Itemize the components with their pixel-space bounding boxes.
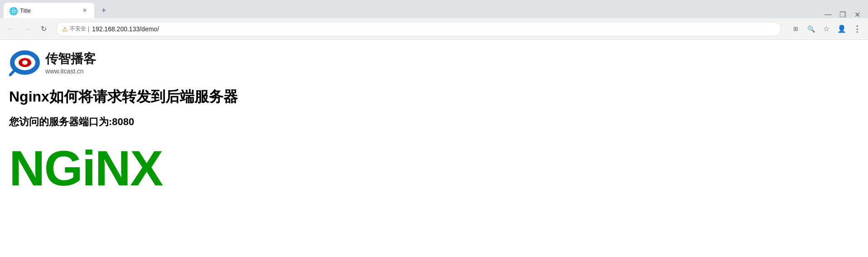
browser-window: 🌐 Title ✕ + — ❐ ✕ ← → ↻ ⚠ 不安全 | 192.	[0, 0, 868, 257]
menu-button[interactable]: ⋮	[850, 22, 864, 36]
logo-text-block: 传智播客 www.itcast.cn	[45, 50, 96, 75]
minimize-button[interactable]: —	[825, 11, 832, 18]
tab-favicon-icon: 🌐	[9, 7, 16, 14]
svg-point-2	[22, 60, 28, 65]
tab-close-button[interactable]: ✕	[81, 6, 89, 15]
brand-name: 传智播客	[45, 50, 96, 68]
maximize-button[interactable]: ❐	[839, 11, 846, 18]
back-button[interactable]: ←	[4, 22, 18, 36]
window-close-button[interactable]: ✕	[854, 11, 861, 18]
forward-button[interactable]: →	[20, 22, 34, 36]
svg-text:NGiNX: NGiNX	[9, 140, 163, 192]
address-bar: ← → ↻ ⚠ 不安全 | 192.168.200.133/demo/ ⊞ 🔍 …	[0, 18, 868, 40]
toolbar-right: ⊞ 🔍 ☆ 👤 ⋮	[788, 22, 864, 36]
security-warning: ⚠ 不安全 |	[62, 25, 89, 33]
brand-url: www.itcast.cn	[45, 68, 96, 75]
zoom-button[interactable]: 🔍	[804, 22, 818, 36]
tab-bar: 🌐 Title ✕ + — ❐ ✕	[0, 0, 868, 18]
server-port-text: 您访问的服务器端口为:8080	[9, 115, 859, 129]
tab-title: Title	[20, 7, 77, 14]
bookmark-button[interactable]: ☆	[819, 22, 834, 36]
reload-button[interactable]: ↻	[36, 22, 51, 36]
new-tab-button[interactable]: +	[96, 3, 111, 18]
active-tab[interactable]: 🌐 Title ✕	[4, 3, 94, 18]
translate-button[interactable]: ⊞	[788, 22, 803, 36]
site-logo: 传智播客 www.itcast.cn	[9, 49, 859, 76]
main-heading: Nginx如何将请求转发到后端服务器	[9, 87, 859, 107]
nginx-logo: NGiNX	[9, 138, 859, 192]
nginx-logo-svg: NGiNX	[9, 138, 217, 192]
url-text: 192.168.200.133/demo/	[92, 25, 775, 33]
url-input[interactable]: ⚠ 不安全 | 192.168.200.133/demo/	[56, 22, 781, 36]
profile-button[interactable]: 👤	[834, 22, 849, 36]
brand-logo-icon	[9, 49, 41, 76]
warning-icon: ⚠	[62, 25, 68, 33]
page-content: 传智播客 www.itcast.cn Nginx如何将请求转发到后端服务器 您访…	[0, 40, 868, 257]
